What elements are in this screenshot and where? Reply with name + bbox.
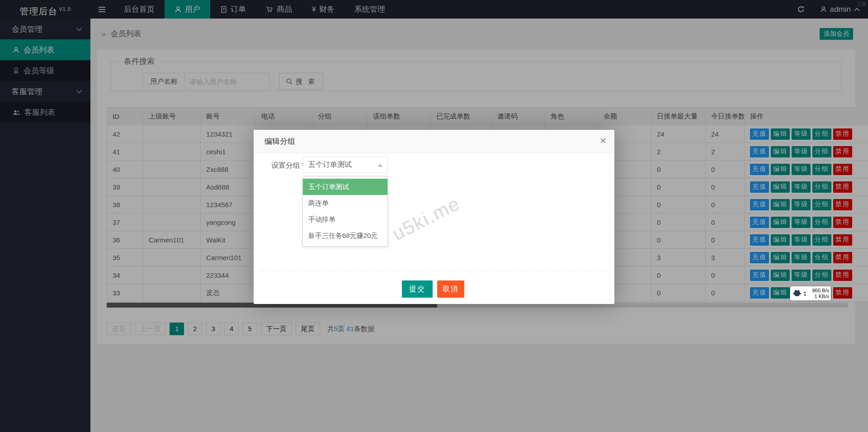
- triangle-up-icon: [377, 164, 383, 167]
- group-dropdown: 五个订单测试两连单手动排单新手三任务68元赚20元: [302, 176, 388, 247]
- cancel-button[interactable]: 取消: [437, 280, 464, 298]
- edit-group-modal: 编辑分组 × 设置分组* 五个订单测试 五个订单测试两连单手动排单新手三任务68…: [254, 130, 614, 304]
- cat-icon: [792, 289, 802, 298]
- upload-speed: 865 B/s: [808, 288, 829, 294]
- netspeed-values: 865 B/s 1 KB/s: [808, 288, 829, 299]
- submit-button[interactable]: 提交: [402, 280, 433, 298]
- modal-title: 编辑分组: [254, 130, 614, 153]
- download-speed: 1 KB/s: [808, 294, 829, 299]
- group-select[interactable]: 五个订单测试: [302, 157, 388, 173]
- site-watermark: u5ki.me: [389, 172, 503, 245]
- updown-arrows-icon: ▲▼: [803, 290, 807, 297]
- set-group-label: 设置分组*: [271, 161, 304, 171]
- modal-divider: [260, 271, 608, 271]
- close-icon[interactable]: ×: [600, 135, 606, 146]
- group-select-value: 五个订单测试: [308, 160, 352, 170]
- dropdown-option[interactable]: 五个订单测试: [303, 179, 387, 195]
- dropdown-option[interactable]: 两连单: [303, 195, 387, 211]
- netspeed-widget[interactable]: ▲▼ 865 B/s 1 KB/s: [790, 286, 831, 300]
- dropdown-option[interactable]: 手动排单: [303, 211, 387, 228]
- dropdown-option[interactable]: 新手三任务68元赚20元: [303, 228, 387, 244]
- page: 管理后台V1.0 后台首页 用户 订单 商品 ¥ 财务: [0, 0, 868, 432]
